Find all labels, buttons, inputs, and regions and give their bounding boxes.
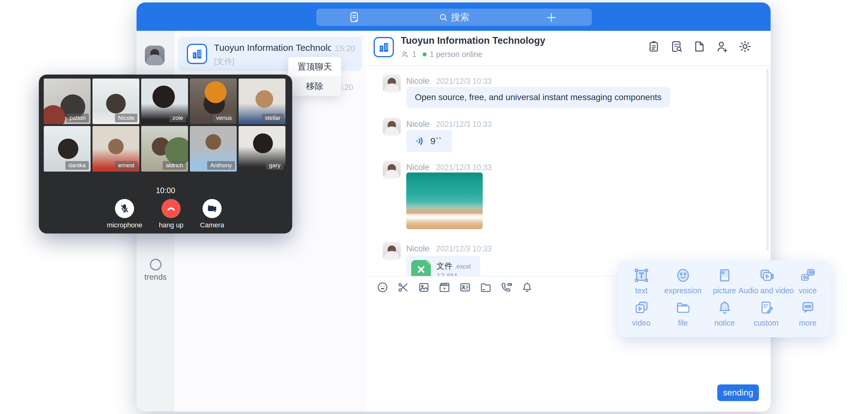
screenshot-scissors-icon[interactable] — [397, 281, 410, 294]
panel-item-audio-video[interactable]: Audio and video — [745, 266, 787, 298]
audio-video-icon — [757, 266, 775, 284]
trends-icon — [150, 259, 161, 270]
online-dot — [423, 52, 427, 56]
call-timer: 10:00 — [39, 186, 292, 195]
trends-label: trends — [136, 272, 175, 282]
message-time: 2021/12/3 10:33 — [436, 244, 492, 253]
custom-edit-icon — [757, 299, 775, 317]
text-bubble[interactable]: Open source, free, and universal instant… — [406, 87, 670, 108]
panel-label: custom — [754, 319, 779, 327]
participant-tile: ernest — [92, 126, 139, 171]
image-icon[interactable] — [417, 281, 430, 294]
participant-name: venus — [213, 114, 235, 122]
participant-tile: Nicole — [92, 78, 139, 124]
camera-muted-icon — [207, 203, 217, 214]
mic-muted-icon — [119, 203, 130, 214]
participant-name: zoie — [169, 114, 186, 122]
chat-header: Tuoyun Information Technology 1 1 person… — [366, 31, 771, 66]
chat-title: Tuoyun Information Technology — [401, 35, 545, 46]
chat-subtitle: 1 1 person online — [401, 50, 483, 59]
top-bar: 搜索 — [136, 2, 771, 31]
sender-name: Nicole — [406, 163, 429, 172]
panel-label: picture — [713, 286, 736, 295]
search-bar[interactable]: 搜索 — [316, 9, 592, 26]
voice-bubble[interactable]: 9`` — [406, 130, 452, 152]
sender-avatar[interactable] — [383, 161, 401, 179]
voice-wave-icon — [414, 135, 426, 147]
add-icon[interactable] — [546, 12, 557, 23]
camera-button[interactable]: Camera — [200, 199, 224, 229]
participant-tile: venus — [190, 78, 237, 124]
folder-icon[interactable] — [479, 281, 492, 294]
video-call-icon[interactable] — [500, 281, 513, 294]
settings-gear-icon[interactable] — [738, 39, 752, 54]
hang-up-icon — [165, 203, 177, 214]
contact-card-icon[interactable] — [459, 281, 472, 294]
conversation-title: Tuoyun Information Technology — [214, 42, 331, 53]
participant-tile: aldrich — [141, 126, 188, 171]
participant-tile: patton — [44, 78, 91, 124]
panel-label: Audio and video — [739, 286, 794, 295]
beach-photo[interactable] — [406, 172, 483, 229]
notification-bell-icon[interactable] — [521, 281, 533, 294]
panel-label: video — [632, 319, 651, 327]
participant-grid: patton Nicole zoie venus stellar danika … — [44, 78, 287, 171]
hang-up-button[interactable]: hang up — [159, 199, 184, 229]
menu-item-remove[interactable]: 移除 — [288, 76, 341, 96]
my-avatar[interactable] — [145, 45, 164, 65]
participant-name: aldrich — [163, 161, 186, 170]
file-page-icon[interactable] — [692, 39, 707, 54]
folder-file-icon — [674, 299, 692, 317]
emoji-icon[interactable] — [376, 281, 389, 294]
participant-tile: stellar — [239, 78, 285, 124]
panel-label: notice — [714, 319, 735, 327]
chat-record-search-icon[interactable] — [670, 39, 684, 54]
microphone-button[interactable]: microphone — [107, 199, 143, 229]
building-icon — [191, 48, 203, 60]
send-button[interactable]: sending — [717, 384, 759, 401]
participant-tile: Anthony — [190, 126, 237, 171]
panel-item-expression[interactable]: expression — [662, 266, 704, 298]
group-notice-icon[interactable] — [647, 39, 661, 54]
sender-avatar[interactable] — [383, 118, 401, 135]
picture-icon — [716, 266, 734, 284]
participant-name: gary — [266, 161, 284, 170]
panel-item-custom[interactable]: custom — [745, 299, 787, 331]
file-ext: .excel — [455, 263, 471, 270]
panel-label: expression — [664, 286, 702, 295]
voice-duration: 9`` — [430, 136, 442, 146]
add-member-icon[interactable] — [715, 39, 729, 54]
chat-area: Tuoyun Information Technology 1 1 person… — [366, 31, 771, 412]
menu-item-pin-chat[interactable]: 置顶聊天 — [288, 57, 341, 76]
conversation-time: 15:20 — [335, 44, 355, 53]
video-clapper-icon[interactable] — [438, 281, 451, 294]
participant-name: danika — [65, 161, 89, 170]
panel-item-text[interactable]: text — [620, 266, 662, 298]
participant-name: Nicole — [115, 114, 137, 122]
participant-name: ernest — [115, 161, 137, 170]
sender-name: Nicole — [406, 76, 429, 86]
participant-name: stellar — [262, 114, 284, 122]
nav-item-trends[interactable]: trends — [136, 259, 175, 282]
message-time: 2021/12/3 10:33 — [436, 120, 492, 128]
members-icon — [401, 50, 409, 59]
panel-label: text — [635, 286, 647, 295]
panel-item-file[interactable]: file — [662, 299, 704, 331]
sender-avatar[interactable] — [383, 242, 401, 260]
video-play-icon — [632, 299, 650, 317]
message-type-panel: text expression picture — [618, 260, 831, 337]
participant-name: Anthony — [207, 161, 235, 170]
sender-avatar[interactable] — [383, 74, 401, 92]
scrollbar[interactable] — [766, 69, 769, 251]
panel-item-notice[interactable]: notice — [704, 299, 745, 331]
panel-item-voice[interactable]: voice — [787, 266, 829, 298]
hang-up-label: hang up — [159, 221, 184, 229]
conversation-context-menu: 置顶聊天 移除 — [288, 57, 341, 96]
group-avatar — [187, 44, 207, 64]
camera-label: Camera — [200, 221, 224, 229]
microphone-label: microphone — [107, 221, 143, 229]
panel-item-video[interactable]: video — [620, 299, 662, 331]
building-icon — [378, 41, 390, 53]
panel-item-more[interactable]: more — [787, 299, 829, 331]
group-avatar — [374, 37, 394, 57]
